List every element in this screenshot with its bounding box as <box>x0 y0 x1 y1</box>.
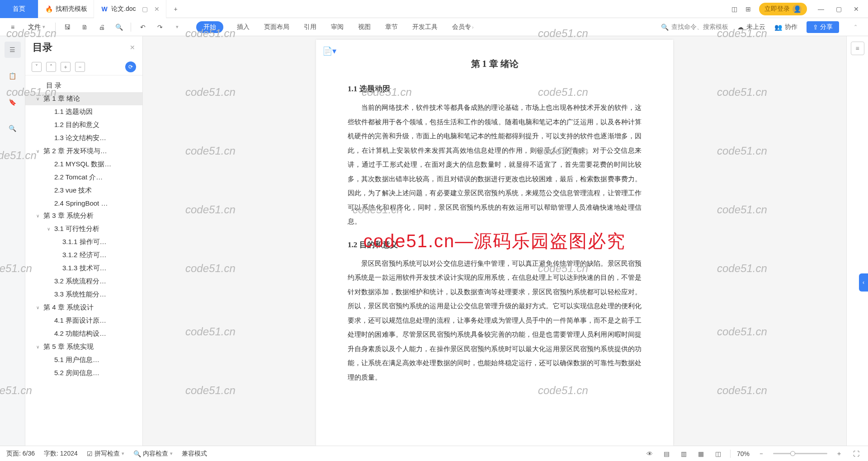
tree-item[interactable]: 3.1.3 技术可… <box>25 262 142 275</box>
panel-toggle-button[interactable]: ≡ <box>851 42 864 55</box>
tree-item[interactable]: ∨第 3 章 系统分析 <box>25 209 142 222</box>
tree-item-label: 5.2 房间信息… <box>54 369 99 377</box>
tab-dev[interactable]: 开发工具 <box>411 21 439 33</box>
save-icon[interactable]: 🖫 <box>60 20 75 34</box>
page-count[interactable]: 页面: 6/36 <box>6 450 35 458</box>
tree-item-label: 3.1 可行性分析 <box>54 225 99 233</box>
tree-item[interactable]: 2.2 Tomcat 介… <box>25 171 142 184</box>
tab-reference[interactable]: 引用 <box>303 21 317 33</box>
tree-item-label: 1.3 论文结构安… <box>54 134 106 142</box>
present-icon[interactable]: ▢ <box>142 5 148 13</box>
tree-item-label: 2.4 SpringBoot … <box>54 199 108 207</box>
tab-section[interactable]: 章节 <box>384 21 399 33</box>
tab-start[interactable]: 开始 <box>196 21 223 33</box>
refresh-button[interactable]: ⟳ <box>125 61 136 72</box>
expand-all-button[interactable]: ˄ <box>46 62 56 72</box>
compat-mode[interactable]: 兼容模式 <box>182 450 207 458</box>
find-button[interactable]: 🔍 <box>5 120 21 136</box>
close-icon[interactable]: ✕ <box>154 5 160 13</box>
tree-item[interactable]: ∨第 4 章 系统设计 <box>25 301 142 314</box>
maximize-button[interactable]: ▢ <box>833 5 844 14</box>
tree-item[interactable]: 3.3 系统性能分… <box>25 288 142 301</box>
tree-item[interactable]: 2.3 vue 技术 <box>25 184 142 197</box>
tree-item[interactable]: 1.1 选题动因 <box>25 105 142 118</box>
zoom-out-button[interactable]: － <box>756 448 767 459</box>
collapse-all-button[interactable]: ˅ <box>32 62 42 72</box>
ruler-icon[interactable]: ◫ <box>713 448 724 459</box>
bookmark-button[interactable]: 🔖 <box>5 94 21 110</box>
fullscreen-icon[interactable]: ⛶ <box>851 448 862 459</box>
window-split-icon[interactable]: ◫ <box>731 5 737 13</box>
remove-heading-button[interactable]: － <box>75 62 85 72</box>
undo-icon[interactable]: ↶ <box>136 20 150 34</box>
login-button[interactable]: 立即登录 👤 <box>759 3 807 15</box>
apps-icon[interactable]: ⊞ <box>745 5 751 13</box>
close-icon[interactable]: ✕ <box>130 44 135 51</box>
page-marker-icon[interactable]: 📄▾ <box>322 46 336 56</box>
new-tab-button[interactable]: + <box>166 0 184 18</box>
tab-insert[interactable]: 插入 <box>236 21 250 33</box>
tree-item[interactable]: ∨第 5 章 系统实现 <box>25 340 142 353</box>
export-icon[interactable]: 🗎 <box>77 20 92 34</box>
view-outline-icon[interactable]: ▦ <box>696 448 707 459</box>
tab-vip[interactable]: 会员专› <box>451 21 475 33</box>
tree-item-label: 5.1 用户信息… <box>54 356 99 364</box>
tree-item[interactable]: 目 录 <box>25 79 142 92</box>
tree-item[interactable]: 4.1 界面设计原… <box>25 314 142 327</box>
document-tab[interactable]: W 论文.doc ▢ ✕ <box>94 0 166 18</box>
share-icon: ⇪ <box>813 24 818 31</box>
cloud-status[interactable]: ☁ 未上云 <box>737 23 765 31</box>
tree-item[interactable]: 3.2 系统流程分… <box>25 275 142 288</box>
collab-button[interactable]: 👥 协作 <box>774 23 797 31</box>
outline-button[interactable]: ☰ <box>5 42 21 58</box>
tree-item-label: 1.2 目的和意义 <box>54 121 99 129</box>
add-heading-button[interactable]: ＋ <box>61 62 71 72</box>
spell-check[interactable]: ☑拼写检查▾ <box>87 450 124 458</box>
preview-icon[interactable]: 🔍 <box>112 20 126 34</box>
word-count[interactable]: 字数: 12024 <box>44 450 78 458</box>
tree-item[interactable]: 3.1.1 操作可… <box>25 235 142 249</box>
tree-item[interactable]: 1.3 论文结构安… <box>25 132 142 145</box>
side-expand-button[interactable]: ‹ <box>859 273 868 292</box>
tab-layout[interactable]: 页面布局 <box>263 21 290 33</box>
search-icon: 🔍 <box>133 450 141 457</box>
view-read-icon[interactable]: ▤ <box>661 448 672 459</box>
tree-item-label: 第 2 章 开发环境与… <box>43 147 107 155</box>
view-web-icon[interactable]: ▥ <box>679 448 689 459</box>
print-icon[interactable]: 🖨 <box>94 20 109 34</box>
tree-item[interactable]: 5.2 房间信息… <box>25 367 142 380</box>
clipboard-button[interactable]: 📋 <box>5 68 21 84</box>
menu-icon[interactable]: ≡ <box>5 20 20 34</box>
view-eye-icon[interactable]: 👁 <box>644 448 655 459</box>
zoom-in-button[interactable]: ＋ <box>834 448 844 459</box>
document-canvas[interactable]: 📄▾ 第 1 章 绪论 1.1 选题动因 当前的网络技术，软件技术等都具备成熟的… <box>143 36 846 446</box>
zoom-level[interactable]: 70% <box>737 450 750 457</box>
collapse-ribbon-icon[interactable]: ⌃ <box>848 20 863 34</box>
template-tab[interactable]: 🔥 找稻壳模板 <box>38 0 94 18</box>
tree-item[interactable]: 3.1.2 经济可… <box>25 249 142 262</box>
tree-item-label: 2.1 MYSQL 数据… <box>54 160 111 169</box>
redo-icon[interactable]: ↷ <box>153 20 167 34</box>
tree-item[interactable]: 1.2 目的和意义 <box>25 118 142 132</box>
file-menu[interactable]: 文件▾ <box>23 23 51 31</box>
tree-item[interactable]: 2.4 SpringBoot … <box>25 197 142 209</box>
window-controls: ― ▢ ✕ <box>815 5 862 14</box>
cloud-label: 未上云 <box>746 23 765 31</box>
tree-item[interactable]: 5.1 用户信息… <box>25 353 142 367</box>
more-icon[interactable]: ▾ <box>170 20 184 34</box>
tree-item[interactable]: 4.2 功能结构设… <box>25 327 142 340</box>
minimize-button[interactable]: ― <box>815 5 827 14</box>
zoom-slider[interactable] <box>773 453 827 454</box>
tree-item[interactable]: ∨第 2 章 开发环境与… <box>25 145 142 158</box>
outline-tree[interactable]: 目 录∨第 1 章 绪论1.1 选题动因1.2 目的和意义1.3 论文结构安…∨… <box>25 75 142 446</box>
tab-review[interactable]: 审阅 <box>330 21 344 33</box>
tree-item[interactable]: ∨3.1 可行性分析 <box>25 222 142 235</box>
home-tab[interactable]: 首页 <box>0 0 38 18</box>
tree-item[interactable]: ∨第 1 章 绪论 <box>25 92 142 105</box>
tree-item[interactable]: 2.1 MYSQL 数据… <box>25 158 142 171</box>
share-button[interactable]: ⇪ 分享 <box>807 21 839 33</box>
close-button[interactable]: ✕ <box>851 5 862 14</box>
tab-view[interactable]: 视图 <box>357 21 372 33</box>
command-search[interactable]: 🔍 查找命令、搜索模板 <box>661 23 728 31</box>
content-check[interactable]: 🔍内容检查▾ <box>133 450 173 458</box>
